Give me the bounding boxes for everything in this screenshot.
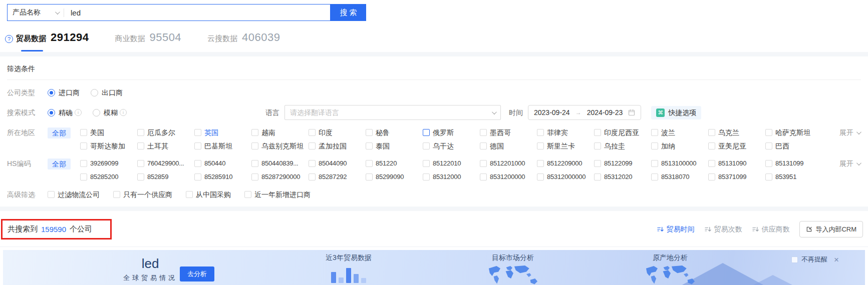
date-end[interactable]: 2024-09-23: [587, 108, 623, 118]
region-checkbox-item[interactable]: 土耳其: [137, 141, 194, 151]
hs-code-checkbox-item[interactable]: 850440: [194, 158, 251, 168]
region-checkbox-item[interactable]: 波兰: [651, 128, 708, 138]
hs-code-checkbox-item[interactable]: 85287290000: [251, 172, 309, 182]
checkbox-icon[interactable]: [80, 142, 87, 150]
region-checkbox-item[interactable]: 哥斯达黎加: [80, 141, 137, 151]
checkbox-icon[interactable]: [708, 174, 715, 180]
checkbox-icon[interactable]: [708, 129, 715, 136]
region-checkbox-item[interactable]: 德国: [480, 141, 537, 151]
checkbox-icon[interactable]: [80, 129, 87, 136]
checkbox-icon[interactable]: [194, 142, 201, 150]
info-icon[interactable]: i: [120, 109, 127, 116]
analyze-button[interactable]: 去分析: [180, 266, 214, 282]
search-input[interactable]: [64, 4, 330, 20]
checkbox-icon[interactable]: [366, 174, 373, 180]
checkbox-icon[interactable]: [651, 160, 658, 167]
radio-icon[interactable]: [93, 109, 100, 116]
hs-code-checkbox-item[interactable]: 85131090: [708, 158, 765, 168]
search-mode-radio[interactable]: 模糊 i: [93, 108, 127, 118]
checkbox-icon[interactable]: [708, 142, 715, 150]
hs-code-checkbox-item[interactable]: 85312000000: [537, 172, 594, 182]
checkbox-icon[interactable]: [480, 174, 487, 180]
hs-code-all-chip[interactable]: 全部: [48, 158, 71, 170]
advanced-checkbox-item[interactable]: 近一年新增进口商: [244, 190, 311, 200]
checkbox-icon[interactable]: [594, 160, 601, 167]
region-checkbox-item[interactable]: 哈萨克斯坦: [765, 128, 822, 138]
checkbox-icon[interactable]: [594, 129, 601, 136]
import-crm-button[interactable]: 导入内部CRM: [799, 221, 863, 238]
date-range-picker[interactable]: 2023-09-24 → 2024-09-23: [528, 105, 641, 120]
dismiss-checkbox[interactable]: [791, 256, 798, 263]
region-checkbox-item[interactable]: 泰国: [366, 141, 423, 151]
hs-code-checkbox-item[interactable]: 8531200000: [480, 172, 537, 182]
quick-options-chip[interactable]: ⌘ 快捷选项: [651, 106, 701, 120]
hs-code-checkbox-item[interactable]: 8512209000: [537, 158, 594, 168]
checkbox-icon[interactable]: [309, 160, 316, 167]
hs-code-checkbox-item[interactable]: 85044090: [309, 158, 366, 168]
checkbox-icon[interactable]: [194, 129, 201, 136]
advanced-checkbox-item[interactable]: 只有一个供应商: [113, 190, 172, 200]
hs-code-checkbox-item[interactable]: 85287292: [309, 172, 366, 182]
checkbox-icon[interactable]: [137, 142, 144, 150]
region-checkbox-item[interactable]: 乌拉圭: [594, 141, 651, 151]
checkbox-icon[interactable]: [251, 160, 258, 167]
checkbox-icon[interactable]: [651, 129, 658, 136]
radio-icon[interactable]: [48, 109, 55, 116]
hs-code-checkbox-item[interactable]: 85318070: [651, 172, 708, 182]
checkbox-icon[interactable]: [480, 160, 487, 167]
info-icon[interactable]: i: [75, 109, 82, 116]
checkbox-icon[interactable]: [537, 142, 544, 150]
region-checkbox-item[interactable]: 英国: [194, 128, 251, 138]
checkbox-icon[interactable]: [423, 174, 430, 180]
checkbox-icon[interactable]: [765, 129, 772, 136]
hs-code-checkbox-item[interactable]: 853951: [765, 172, 822, 182]
hs-code-checkbox-item[interactable]: 8512201000: [480, 158, 537, 168]
hs-code-checkbox-item[interactable]: 760429900...: [137, 158, 194, 168]
hs-code-checkbox-item[interactable]: 85371099: [708, 172, 765, 182]
checkbox-icon[interactable]: [309, 174, 316, 180]
region-checkbox-item[interactable]: 俄罗斯: [423, 128, 480, 138]
checkbox-icon[interactable]: [48, 191, 55, 198]
checkbox-icon[interactable]: [251, 174, 258, 180]
search-mode-radio[interactable]: 精确 i: [48, 108, 82, 118]
checkbox-icon[interactable]: [651, 174, 658, 180]
radio-icon[interactable]: [48, 89, 55, 96]
checkbox-icon[interactable]: [244, 191, 251, 198]
close-icon[interactable]: ×: [834, 256, 839, 263]
hs-code-checkbox-item[interactable]: 85312020: [594, 172, 651, 182]
tab-business-data[interactable]: 商业数据 95504: [115, 31, 181, 45]
tab-trade-data[interactable]: 贸易数据 291294: [16, 31, 89, 45]
checkbox-icon[interactable]: [137, 129, 144, 136]
checkbox-icon[interactable]: [80, 174, 87, 180]
checkbox-icon[interactable]: [765, 142, 772, 150]
region-checkbox-item[interactable]: 孟加拉国: [309, 141, 366, 151]
hs-code-checkbox-item[interactable]: 852859: [137, 172, 194, 182]
checkbox-icon[interactable]: [537, 174, 544, 180]
date-start[interactable]: 2023-09-24: [534, 108, 570, 118]
language-select[interactable]: 请选择翻译语言: [284, 105, 501, 120]
company-type-radio[interactable]: 进口商: [48, 88, 80, 98]
checkbox-icon[interactable]: [423, 142, 430, 150]
region-checkbox-item[interactable]: 菲律宾: [537, 128, 594, 138]
region-checkbox-item[interactable]: 印度: [309, 128, 366, 138]
region-checkbox-item[interactable]: 秘鲁: [366, 128, 423, 138]
region-checkbox-item[interactable]: 越南: [251, 128, 309, 138]
region-checkbox-item[interactable]: 斯里兰卡: [537, 141, 594, 151]
hs-code-checkbox-item[interactable]: 8513100000: [651, 158, 708, 168]
checkbox-icon[interactable]: [594, 142, 601, 150]
checkbox-icon[interactable]: [480, 129, 487, 136]
checkbox-icon[interactable]: [366, 129, 373, 136]
hs-code-checkbox-item[interactable]: 85285200: [80, 172, 137, 182]
checkbox-icon[interactable]: [423, 129, 430, 136]
company-type-radio[interactable]: 出口商: [91, 88, 123, 98]
tab-cloud-search-data[interactable]: 云搜数据 406039: [207, 31, 280, 45]
checkbox-icon[interactable]: [194, 160, 201, 167]
region-all-chip[interactable]: 全部: [48, 128, 71, 138]
search-button[interactable]: 搜 索: [331, 4, 366, 21]
hs-code-checkbox-item[interactable]: 85299090: [366, 172, 423, 182]
checkbox-icon[interactable]: [251, 129, 258, 136]
sort-option[interactable]: 贸易次数: [705, 225, 742, 234]
hs-code-checkbox-item[interactable]: 85285910: [194, 172, 251, 182]
checkbox-icon[interactable]: [251, 142, 258, 150]
hs-code-checkbox-item[interactable]: 85131099: [765, 158, 822, 168]
